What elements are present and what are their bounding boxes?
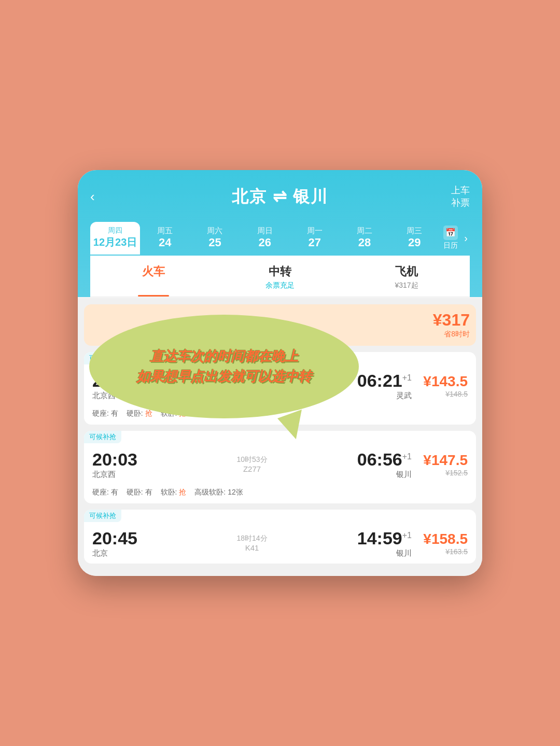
depart-info-3: 20:45 北京 [92, 528, 149, 558]
phone-frame: ‹ 北京 ⇌ 银川 上车 补票 周四 12月23日 周五 24 周六 25 周日 [78, 170, 482, 576]
weekday-label: 周二 [342, 226, 387, 236]
arrive-info-3: 14:59+1 银川 [355, 528, 412, 558]
weekday-label: 周五 [142, 226, 188, 236]
content-area: 直达车次的时间都在晚上 如果想早点出发就可以选中转 ¥317 省8时时 可候补抢 [78, 298, 482, 576]
date-item-thu[interactable]: 周四 12月23日 [90, 222, 140, 255]
date-item-tue[interactable]: 周二 28 [340, 222, 389, 255]
arrive-time-3: 14:59+1 [355, 528, 412, 548]
seat-deluxe-2: 高级软卧: 12张 [194, 488, 243, 497]
arrive-station-2: 银川 [355, 470, 412, 480]
day-label: 29 [391, 236, 437, 249]
depart-info-2: 20:03 北京西 [92, 449, 149, 480]
day-label: 25 [192, 236, 237, 249]
day-label: 24 [142, 236, 188, 249]
weekday-label: 周一 [292, 226, 338, 236]
badge-label-2: 可候补抢 [84, 431, 121, 443]
price-info-1: ¥143.5 ¥148.5 [416, 373, 468, 398]
first-card-price: ¥317 省8时时 [433, 311, 470, 339]
price-main-3: ¥158.5 [416, 531, 468, 547]
chevron-right-icon: › [462, 232, 470, 244]
seat-hardchair-2: 硬座: 有 [92, 488, 118, 497]
duration-info-3: 18时14分 K41 [153, 534, 351, 552]
date-item-sat[interactable]: 周六 25 [190, 222, 240, 255]
bubble-text: 直达车次的时间都在晚上 如果想早点出发就可以选中转 [136, 346, 312, 387]
depart-time-3: 20:45 [92, 528, 149, 548]
day-label: 27 [292, 236, 338, 249]
tab-flight[interactable]: 飞机 ¥317起 [343, 256, 470, 297]
calendar-label: 日历 [443, 241, 458, 250]
arrive-station-1: 灵武 [355, 391, 412, 401]
day-label: 28 [342, 236, 387, 249]
ticket-main-3: 20:45 北京 18时14分 K41 14:59+1 银川 ¥158.5 ¥1… [84, 522, 476, 564]
tab-train[interactable]: 火车 [90, 256, 217, 297]
price-main-1: ¥143.5 [416, 373, 468, 390]
badge-3: 可候补抢 [84, 510, 476, 522]
ticket-card-2[interactable]: 可候补抢 20:03 北京西 10时53分 Z277 06:56+1 银川 [84, 431, 476, 503]
date-item-sun[interactable]: 周日 26 [240, 222, 290, 255]
arrive-time-2: 06:56+1 [355, 449, 412, 470]
date-bar: 周四 12月23日 周五 24 周六 25 周日 26 周一 27 周二 28 [90, 217, 470, 256]
price-info-2: ¥147.5 ¥152.5 [416, 452, 468, 477]
depart-station-3: 北京 [92, 548, 149, 558]
tab-flight-label: 飞机 [347, 264, 466, 279]
weekday-label: 周三 [391, 226, 437, 236]
depart-station-2: 北京西 [92, 470, 149, 480]
bubble-shape: 直达车次的时间都在晚上 如果想早点出发就可以选中转 [89, 315, 359, 418]
day-label: 26 [242, 236, 288, 249]
transport-tabs: 火车 中转 余票充足 飞机 ¥317起 [90, 256, 470, 297]
tab-transfer-label: 中转 [221, 264, 339, 279]
duration-text-3: 18时14分 [153, 534, 351, 543]
supplement-button[interactable]: 上车 补票 [451, 185, 470, 209]
weekday-label: 周四 [92, 226, 138, 235]
date-item-mon[interactable]: 周一 27 [290, 222, 340, 255]
calendar-icon: 📅 [443, 226, 458, 240]
header-top: ‹ 北京 ⇌ 银川 上车 补票 [90, 185, 470, 209]
price-original-3: ¥163.5 [416, 547, 468, 556]
tab-flight-price: ¥317起 [347, 281, 466, 290]
arrive-info-2: 06:56+1 银川 [355, 449, 412, 480]
arrive-info-1: 06:21+1 灵武 [355, 371, 412, 401]
price-original-1: ¥148.5 [416, 390, 468, 398]
bubble-annotation: 直达车次的时间都在晚上 如果想早点出发就可以选中转 [89, 315, 359, 418]
header: ‹ 北京 ⇌ 银川 上车 补票 周四 12月23日 周五 24 周六 25 周日 [78, 170, 482, 297]
train-number-2: Z277 [153, 465, 351, 473]
badge-label-3: 可候补抢 [84, 510, 121, 522]
tab-transfer-sublabel: 余票充足 [221, 281, 339, 290]
ticket-main-2: 20:03 北京西 10时53分 Z277 06:56+1 银川 ¥147.5 … [84, 443, 476, 485]
seat-hardbunk-2: 硬卧: 有 [127, 488, 152, 497]
price-value: ¥317 [433, 311, 470, 330]
ticket-card-3[interactable]: 可候补抢 20:45 北京 18时14分 K41 14:59+1 银川 [84, 510, 476, 564]
duration-text-2: 10时53分 [153, 455, 351, 465]
day-label: 12月23日 [93, 236, 137, 248]
seat-softbunk-2: 软卧: 抢 [161, 488, 187, 497]
duration-info-2: 10时53分 Z277 [153, 455, 351, 473]
weekday-label: 周日 [242, 226, 288, 236]
weekday-label: 周六 [192, 226, 237, 236]
back-button[interactable]: ‹ [90, 189, 109, 205]
badge-2: 可候补抢 [84, 431, 476, 443]
content-wrapper: 直达车次的时间都在晚上 如果想早点出发就可以选中转 ¥317 省8时时 可候补抢 [84, 304, 476, 564]
tab-train-label: 火车 [94, 264, 213, 279]
save-label: 省8时时 [433, 330, 470, 339]
price-info-3: ¥158.5 ¥163.5 [416, 531, 468, 556]
train-number-3: K41 [153, 543, 351, 552]
date-item-wed[interactable]: 周三 29 [389, 222, 439, 255]
calendar-button[interactable]: 📅 日历 [439, 221, 462, 256]
tab-transfer[interactable]: 中转 余票充足 [217, 256, 343, 297]
route-title: 北京 ⇌ 银川 [232, 186, 329, 208]
depart-time-2: 20:03 [92, 449, 149, 470]
price-original-2: ¥152.5 [416, 469, 468, 477]
date-item-fri[interactable]: 周五 24 [140, 222, 190, 255]
arrive-station-3: 银川 [355, 548, 412, 558]
arrive-time-1: 06:21+1 [355, 371, 412, 391]
price-main-2: ¥147.5 [416, 452, 468, 469]
ticket-seats-2: 硬座: 有 硬卧: 有 软卧: 抢 高级软卧: 12张 [84, 485, 476, 503]
